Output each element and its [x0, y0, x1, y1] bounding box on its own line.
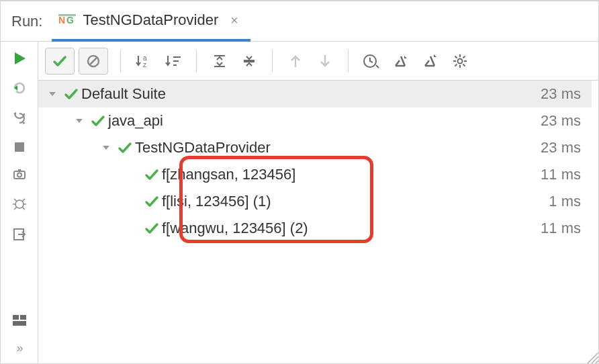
- tree-time: 1 ms: [549, 193, 581, 210]
- tree-row[interactable]: TestNGDataProvider23 ms: [38, 134, 592, 161]
- layout-icon[interactable]: [12, 314, 27, 326]
- svg-rect-15: [13, 315, 19, 320]
- settings-icon[interactable]: [445, 48, 475, 75]
- svg-rect-17: [13, 321, 26, 326]
- tree-row[interactable]: Default Suite23 ms: [38, 81, 592, 107]
- svg-line-13: [22, 199, 25, 201]
- svg-line-12: [14, 207, 17, 210]
- separator: [348, 50, 349, 73]
- run-label: Run:: [1, 1, 52, 41]
- svg-line-36: [463, 64, 465, 66]
- main-area: a z: [38, 42, 598, 363]
- svg-line-35: [455, 56, 457, 58]
- export-results-icon[interactable]: [416, 48, 445, 75]
- expand-arrow-icon[interactable]: [71, 116, 88, 126]
- tree-time: 11 ms: [541, 220, 581, 237]
- tab-title: TestNGDataProvider: [83, 11, 218, 29]
- sort-duration-icon[interactable]: [158, 48, 188, 75]
- svg-text:z: z: [143, 61, 146, 69]
- stop-icon[interactable]: [13, 141, 26, 153]
- svg-line-11: [22, 207, 25, 210]
- sort-alpha-icon[interactable]: a z: [129, 48, 158, 75]
- pass-check-icon: [142, 194, 162, 209]
- tree-time: 23 ms: [541, 85, 581, 103]
- svg-line-37: [455, 64, 457, 66]
- tree-time: 11 ms: [541, 166, 581, 183]
- header-row: Run: N G TestNGDataProvider ×: [1, 1, 598, 42]
- test-toolbar: a z: [38, 42, 598, 81]
- separator: [272, 50, 273, 73]
- show-ignored-button[interactable]: [79, 48, 108, 75]
- pass-check-icon: [61, 87, 81, 101]
- svg-rect-2: [58, 14, 76, 16]
- tree-row[interactable]: java_api23 ms: [38, 107, 592, 134]
- prev-failed-icon[interactable]: [281, 48, 310, 75]
- pass-check-icon: [115, 140, 135, 155]
- test-tree[interactable]: Default Suite23 msjava_api23 msTestNGDat…: [38, 81, 598, 363]
- import-results-icon[interactable]: [386, 48, 416, 75]
- svg-point-5: [17, 173, 21, 177]
- expand-all-icon[interactable]: [205, 48, 234, 75]
- svg-line-10: [14, 199, 17, 201]
- svg-line-19: [89, 57, 97, 65]
- expand-arrow-icon[interactable]: [44, 89, 61, 99]
- pass-check-icon: [142, 221, 162, 236]
- dump-threads-icon[interactable]: [11, 168, 28, 181]
- pass-check-icon: [142, 167, 162, 182]
- testng-icon: N G: [58, 14, 76, 26]
- tree-label: f[zhangsan, 123456]: [162, 166, 295, 183]
- tree-time: 23 ms: [541, 139, 581, 156]
- tree-time: 23 ms: [541, 112, 581, 130]
- show-passed-button[interactable]: [45, 48, 75, 75]
- next-failed-icon[interactable]: [310, 48, 340, 75]
- rerun-icon[interactable]: [11, 81, 28, 95]
- tree-label: java_api: [108, 112, 163, 130]
- debug-icon[interactable]: [11, 196, 28, 212]
- tree-row[interactable]: f[lisi, 123456] (1)1 ms: [38, 188, 592, 215]
- svg-text:N: N: [58, 15, 65, 26]
- toggle-auto-test-icon[interactable]: [11, 110, 28, 126]
- svg-point-30: [458, 58, 463, 63]
- tree-row[interactable]: f[zhangsan, 123456]11 ms: [38, 161, 592, 188]
- exit-icon[interactable]: [12, 227, 27, 242]
- collapse-all-icon[interactable]: [234, 48, 264, 75]
- svg-line-38: [463, 56, 465, 58]
- expand-arrow-icon[interactable]: [97, 143, 115, 152]
- svg-rect-3: [15, 142, 24, 152]
- tree-row[interactable]: f[wangwu, 123456] (2)11 ms: [38, 215, 592, 242]
- svg-text:G: G: [66, 15, 74, 26]
- run-panel: Run: N G TestNGDataProvider ×: [0, 0, 599, 364]
- separator: [196, 50, 197, 73]
- resize-grip-icon[interactable]: [585, 350, 598, 363]
- pass-check-icon: [88, 113, 108, 128]
- collapse-icon[interactable]: »: [16, 341, 21, 355]
- history-icon[interactable]: [357, 48, 386, 75]
- tree-label: f[wangwu, 123456] (2): [162, 220, 308, 237]
- svg-line-41: [596, 361, 598, 363]
- run-icon[interactable]: [12, 51, 27, 66]
- close-tab-icon[interactable]: ×: [230, 13, 238, 28]
- tree-label: TestNGDataProvider: [135, 139, 271, 156]
- tree-label: f[lisi, 123456] (1): [162, 193, 271, 210]
- tree-label: Default Suite: [81, 85, 166, 103]
- svg-rect-16: [20, 315, 26, 320]
- separator: [120, 50, 121, 73]
- svg-rect-6: [18, 169, 21, 171]
- left-gutter: »: [1, 42, 38, 363]
- run-tab[interactable]: N G TestNGDataProvider ×: [52, 1, 250, 42]
